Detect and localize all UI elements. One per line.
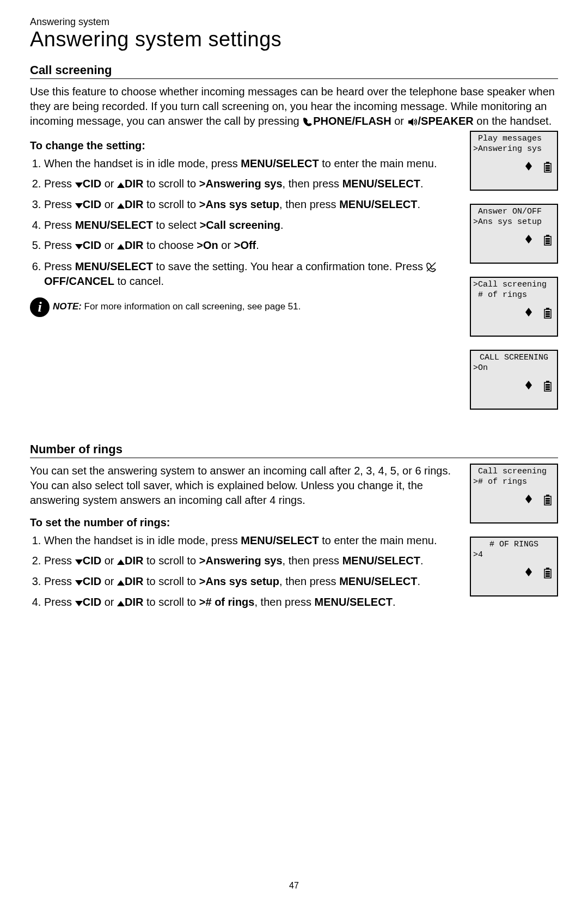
triangle-down-icon [75,198,83,212]
list-item: Press CID or DIR to choose >On or >Off. [44,238,460,253]
list-item: Press MENU/SELECT to select >Call screen… [44,218,460,233]
cancel-icon [426,260,437,272]
battery-icon [544,235,552,249]
page-title: Answering system settings [30,28,558,51]
lcd-column-rings: Call screening ># of rings # OF RINGS >4 [470,464,558,596]
subheading-set-rings: To set the number of rings: [30,515,460,530]
steps-number-of-rings: When the handset is in idle mode, press … [30,533,460,611]
triangle-up-icon [117,554,125,569]
lcd-screen: Play messages >Answering sys [470,131,558,191]
list-item: When the handset is in idle mode, press … [44,156,460,171]
triangle-up-icon [117,198,125,212]
list-item: Press CID or DIR to scroll to >Answering… [44,553,460,569]
list-item: When the handset is in idle mode, press … [44,533,460,548]
updown-icon [525,162,532,176]
subheading-change-setting: To change the setting: [30,138,460,153]
triangle-down-icon [75,177,83,192]
triangle-down-icon [75,575,83,589]
info-icon: i [30,297,50,317]
triangle-down-icon [75,596,83,611]
lcd-screen: Call screening ># of rings [470,464,558,523]
list-item: Press CID or DIR to scroll to >Ans sys s… [44,197,460,212]
lcd-screen: >Call screening # of rings [470,277,558,337]
list-item: Press CID or DIR to scroll to >Ans sys s… [44,574,460,589]
call-screening-intro: Use this feature to choose whether incom… [30,84,558,129]
battery-icon [544,308,552,322]
speaker-icon [407,115,418,127]
triangle-up-icon [117,177,125,192]
triangle-up-icon [117,575,125,589]
lcd-column-call-screening: Play messages >Answering sys Answer ON/O… [470,131,558,410]
battery-icon [544,381,552,395]
number-of-rings-intro: You can set the answering system to answ… [30,464,460,508]
section-divider [30,458,558,458]
triangle-down-icon [75,554,83,569]
note: i NOTE: For more information on call scr… [30,297,460,317]
lcd-screen: Answer ON/OFF >Ans sys setup [470,204,558,264]
lcd-screen: CALL SCREENING >On [470,350,558,410]
updown-icon [525,235,532,249]
triangle-up-icon [117,596,125,611]
section-divider [30,78,558,79]
battery-icon [544,162,552,176]
steps-call-screening: When the handset is in idle mode, press … [30,156,460,289]
triangle-up-icon [117,239,125,254]
battery-icon [544,568,552,582]
updown-icon [525,308,532,322]
list-item: Press MENU/SELECT to save the setting. Y… [44,259,460,289]
updown-icon [525,381,532,395]
list-item: Press CID or DIR to scroll to ># of ring… [44,595,460,610]
page-number: 47 [0,881,588,891]
list-item: Press CID or DIR to scroll to >Answering… [44,176,460,192]
triangle-down-icon [75,239,83,254]
lcd-screen: # OF RINGS >4 [470,537,558,596]
breadcrumb: Answering system [30,16,558,28]
section-heading-call-screening: Call screening [30,63,558,77]
section-heading-number-of-rings: Number of rings [30,442,558,456]
battery-icon [544,495,552,509]
updown-icon [525,568,532,582]
phone-icon [302,115,313,127]
updown-icon [525,495,532,509]
